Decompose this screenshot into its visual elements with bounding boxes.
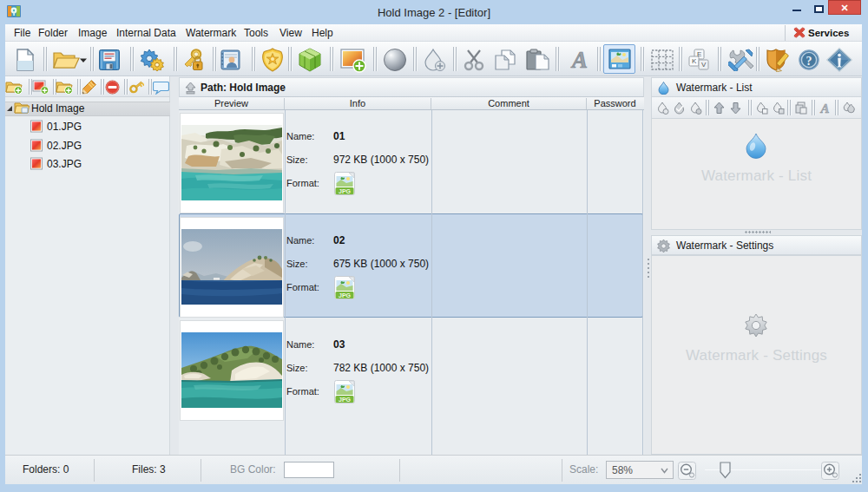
svg-text:K: K [692, 57, 697, 65]
svg-text:A: A [570, 49, 588, 71]
svg-text:JPG: JPG [339, 397, 352, 403]
svg-text:JPG: JPG [339, 292, 352, 298]
svg-text:JPG: JPG [339, 188, 352, 194]
svg-text:A: A [819, 102, 829, 115]
svg-text:?: ? [806, 55, 812, 68]
svg-text:V: V [701, 61, 707, 69]
